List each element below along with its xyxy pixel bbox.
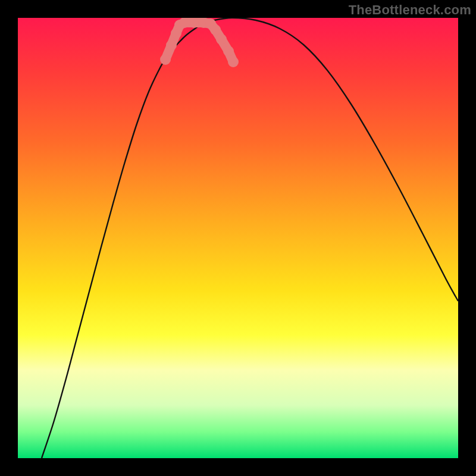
- data-dot: [171, 28, 181, 39]
- dot-bridge-path: [165, 23, 233, 62]
- bottleneck-curve-svg: [18, 18, 458, 458]
- data-dot: [216, 34, 227, 45]
- data-dot: [210, 24, 221, 35]
- plot-area: [18, 18, 458, 458]
- data-dot: [174, 20, 185, 30]
- data-dot: [189, 18, 199, 28]
- data-dot: [160, 54, 171, 65]
- dots-group: [160, 18, 239, 67]
- data-dot: [228, 57, 239, 67]
- data-dot: [205, 18, 216, 29]
- bottleneck-curve-path: [42, 18, 458, 458]
- data-dot: [198, 18, 209, 28]
- chart-frame: TheBottleneck.com: [0, 0, 476, 476]
- data-dot: [179, 18, 190, 28]
- watermark-text: TheBottleneck.com: [349, 2, 471, 18]
- data-dot: [166, 40, 177, 51]
- data-dot: [223, 46, 234, 57]
